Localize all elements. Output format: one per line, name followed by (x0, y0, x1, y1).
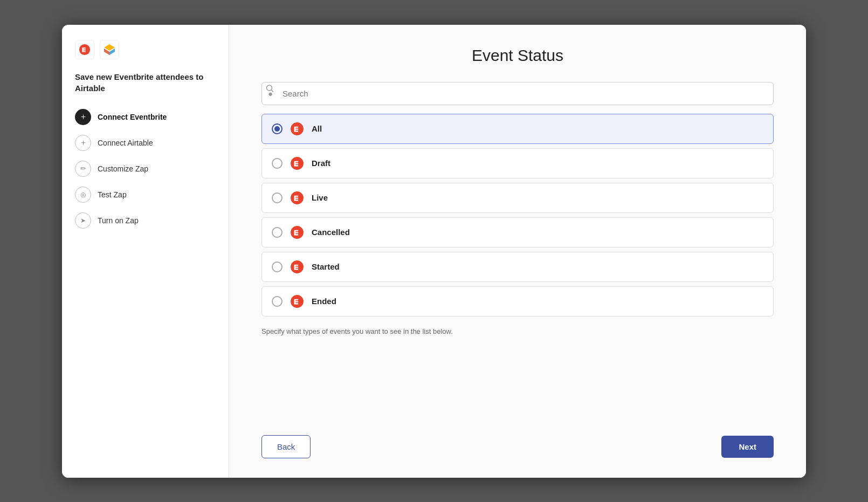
options-list: All Draft Live (261, 114, 774, 317)
step-customize-zap[interactable]: ✏ Customize Zap (75, 161, 216, 177)
eventbrite-icon-draft (290, 156, 304, 170)
step-icon-test-zap: ◎ (75, 187, 91, 203)
step-icon-turn-on-zap: ➤ (75, 212, 91, 229)
radio-ended (272, 296, 283, 307)
step-connect-eventbrite[interactable]: ＋ Connect Eventbrite (75, 109, 216, 125)
main-content: Event Status ● All (229, 25, 806, 478)
search-input[interactable] (261, 82, 774, 105)
svg-point-4 (267, 85, 272, 91)
radio-draft (272, 158, 283, 169)
helper-text: Specify what types of events you want to… (261, 327, 774, 335)
option-label-draft: Draft (312, 159, 330, 168)
step-turn-on-zap[interactable]: ➤ Turn on Zap (75, 212, 216, 229)
sidebar-logos (75, 40, 216, 59)
step-connect-airtable[interactable]: ＋ Connect Airtable (75, 135, 216, 151)
step-label-connect-eventbrite: Connect Eventbrite (98, 113, 167, 121)
option-label-all: All (312, 124, 322, 133)
step-icon-connect-airtable: ＋ (75, 135, 91, 151)
radio-started (272, 262, 283, 272)
option-label-started: Started (312, 262, 340, 271)
app-window: Save new Eventbrite attendees to Airtabl… (62, 25, 806, 478)
page-title: Event Status (261, 46, 774, 65)
option-label-cancelled: Cancelled (312, 228, 350, 237)
search-box: ● (261, 82, 774, 105)
sidebar-steps: ＋ Connect Eventbrite ＋ Connect Airtable … (75, 109, 216, 229)
eventbrite-icon-ended (290, 294, 304, 308)
option-cancelled[interactable]: Cancelled (261, 217, 774, 247)
option-label-live: Live (312, 193, 328, 202)
option-started[interactable]: Started (261, 252, 774, 282)
eventbrite-logo (75, 40, 94, 59)
airtable-logo (100, 40, 119, 59)
eventbrite-icon-all (290, 122, 304, 136)
option-draft[interactable]: Draft (261, 148, 774, 178)
option-all[interactable]: All (261, 114, 774, 144)
next-button[interactable]: Next (721, 436, 774, 458)
radio-cancelled (272, 227, 283, 238)
eventbrite-icon-live (290, 191, 304, 205)
option-label-ended: Ended (312, 297, 336, 306)
search-icon: ● (268, 89, 273, 98)
step-label-test-zap: Test Zap (98, 190, 127, 199)
eventbrite-icon-cancelled (290, 225, 304, 239)
back-button[interactable]: Back (261, 435, 311, 458)
step-label-turn-on-zap: Turn on Zap (98, 216, 139, 225)
step-icon-customize-zap: ✏ (75, 161, 91, 177)
step-label-connect-airtable: Connect Airtable (98, 139, 153, 147)
step-test-zap[interactable]: ◎ Test Zap (75, 187, 216, 203)
radio-live (272, 192, 283, 203)
radio-all (272, 123, 283, 134)
eventbrite-icon-started (290, 260, 304, 274)
option-ended[interactable]: Ended (261, 286, 774, 317)
step-label-customize-zap: Customize Zap (98, 164, 148, 173)
option-live[interactable]: Live (261, 183, 774, 213)
sidebar: Save new Eventbrite attendees to Airtabl… (62, 25, 229, 478)
step-icon-connect-eventbrite: ＋ (75, 109, 91, 125)
sidebar-title: Save new Eventbrite attendees to Airtabl… (75, 71, 216, 94)
footer-buttons: Back Next (261, 435, 774, 458)
svg-line-5 (272, 90, 274, 92)
